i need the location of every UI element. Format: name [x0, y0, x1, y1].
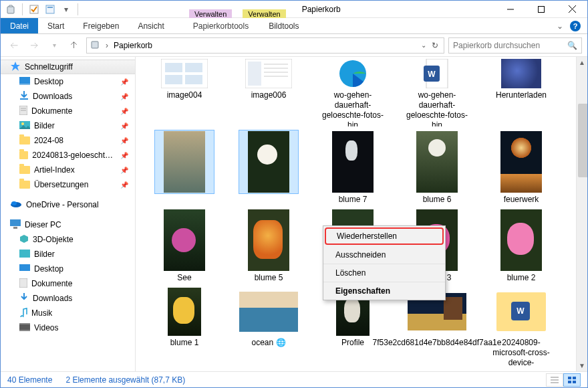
- file-tile[interactable]: Wwo-gehen-dauerhaft-geloeschte-fotos-hin: [402, 58, 472, 126]
- window-title: Papierkorb: [291, 5, 495, 14]
- sidebar-item-folder[interactable]: Übersetzungen📌: [1, 177, 135, 192]
- pin-icon: 📌: [120, 108, 128, 115]
- sidebar-pc-music[interactable]: Musik: [1, 306, 135, 320]
- qat-dropdown-icon[interactable]: ▾: [60, 3, 72, 15]
- pin-icon: 📌: [120, 122, 128, 130]
- file-tile[interactable]: [233, 130, 304, 205]
- address-bar[interactable]: › Papierkorb ⌄ ↻: [86, 37, 444, 54]
- sidebar-item-pictures[interactable]: Bilder📌: [1, 118, 135, 133]
- svg-rect-32: [185, 75, 202, 84]
- svg-rect-5: [539, 6, 545, 12]
- svg-rect-23: [19, 264, 30, 271]
- tab-recycle-tools[interactable]: Papierkorbtools: [183, 18, 259, 33]
- file-tile[interactable]: image006: [233, 58, 304, 126]
- file-tile[interactable]: image004: [149, 58, 220, 126]
- close-button[interactable]: [557, 1, 587, 18]
- nav-up-button[interactable]: 🡡: [66, 37, 82, 54]
- file-tile[interactable]: blume 7: [317, 130, 388, 205]
- sidebar-pc-pictures[interactable]: Bilder: [1, 247, 135, 262]
- sidebar-onedrive[interactable]: OneDrive - Personal: [1, 197, 135, 212]
- help-icon[interactable]: ?: [570, 21, 581, 31]
- file-tile[interactable]: W20240809-microsoft-cross-device-: [486, 287, 557, 368]
- search-box[interactable]: Papierkorb durchsuchen 🔍: [448, 37, 582, 54]
- sidebar-item-folder[interactable]: 20240813-geloeschte-dateie📌: [1, 148, 135, 163]
- sidebar-pc-videos[interactable]: Videos: [1, 320, 135, 335]
- pictures-icon: [19, 121, 30, 131]
- nav-forward-button[interactable]: 🡢: [26, 37, 42, 54]
- sidebar-item-documents[interactable]: Dokumente📌: [1, 104, 135, 118]
- address-dropdown-icon[interactable]: ⌄: [421, 41, 426, 49]
- tab-file[interactable]: Datei: [1, 18, 38, 33]
- videos-icon: [19, 323, 30, 333]
- sidebar-item-desktop[interactable]: Desktop📌: [1, 74, 135, 89]
- file-tile[interactable]: ocean 🌐: [233, 287, 304, 368]
- menu-item-properties[interactable]: Eigenschaften: [323, 282, 445, 300]
- ribbon-expand-icon[interactable]: ⌄: [557, 21, 563, 31]
- downloads-icon: [19, 91, 29, 102]
- sidebar-item-folder[interactable]: 2024-08📌: [1, 133, 135, 148]
- svg-rect-27: [19, 330, 30, 331]
- sidebar-pc-3dobjects[interactable]: 3D-Objekte: [1, 232, 135, 247]
- sidebar-pc-downloads[interactable]: Downloads: [1, 291, 135, 306]
- nav-bar: 🡠 🡢 ▾ 🡡 › Papierkorb ⌄ ↻ Papierkorb durc…: [1, 34, 587, 57]
- file-tile[interactable]: See: [149, 209, 220, 283]
- minimize-button[interactable]: [495, 1, 526, 18]
- menu-item-restore[interactable]: Wiederherstellen: [325, 227, 444, 245]
- folder-icon: [19, 166, 30, 174]
- folder-icon: [19, 151, 28, 159]
- nav-back-button[interactable]: 🡠: [6, 37, 22, 54]
- svg-rect-31: [165, 75, 182, 84]
- sidebar-item-downloads[interactable]: Downloads📌: [1, 89, 135, 104]
- desktop-icon: [19, 264, 30, 274]
- file-tile[interactable]: wo-gehen-dauerhaft-geloeschte-fotos-hin: [317, 58, 388, 126]
- breadcrumb-chevron-icon[interactable]: ›: [103, 41, 111, 50]
- context-menu: Wiederherstellen Ausschneiden Löschen Ei…: [323, 225, 446, 300]
- contextual-header-recycle: Verwalten: [184, 1, 237, 18]
- titlebar: ▾ Verwalten Verwalten Papierkorb: [1, 1, 587, 18]
- breadcrumb-location[interactable]: Papierkorb: [114, 41, 152, 50]
- recycle-bin-icon: [90, 39, 100, 52]
- tab-start[interactable]: Start: [38, 18, 74, 33]
- svg-marker-9: [11, 62, 20, 71]
- refresh-icon[interactable]: ↻: [432, 41, 438, 50]
- scroll-up-icon[interactable]: ▲: [577, 57, 587, 68]
- view-details-button[interactable]: [546, 373, 563, 387]
- tab-picture-tools[interactable]: Bildtools: [259, 18, 309, 33]
- file-view: image004 image006 wo-gehen-dauerhaft-gel…: [136, 57, 587, 371]
- file-tile[interactable]: Herunterladen: [486, 58, 557, 126]
- sidebar-this-pc[interactable]: Dieser PC: [1, 217, 135, 232]
- desktop-icon: [19, 77, 30, 87]
- file-tile[interactable]: feuerwerk: [486, 130, 557, 205]
- pin-icon: 📌: [120, 167, 128, 174]
- svg-rect-26: [19, 323, 30, 324]
- scrollbar[interactable]: ▲ ▼: [576, 57, 587, 371]
- file-tile[interactable]: blume 5: [233, 209, 304, 283]
- status-item-count: 40 Elemente: [7, 375, 52, 385]
- tab-view[interactable]: Ansicht: [128, 18, 173, 33]
- file-tile[interactable]: blume 2: [486, 209, 557, 283]
- svg-rect-24: [19, 278, 27, 288]
- nav-recent-dropdown[interactable]: ▾: [46, 37, 62, 54]
- properties-icon[interactable]: [44, 3, 56, 15]
- sidebar-pc-documents[interactable]: Dokumente: [1, 276, 135, 291]
- maximize-button[interactable]: [526, 1, 557, 18]
- sidebar-pc-desktop[interactable]: Desktop: [1, 262, 135, 276]
- file-tile[interactable]: [149, 130, 220, 205]
- file-tile[interactable]: blume 1: [149, 287, 220, 368]
- sidebar-item-folder[interactable]: Artiel-Index📌: [1, 163, 135, 177]
- svg-rect-11: [19, 84, 30, 85]
- view-thumbnails-button[interactable]: [563, 373, 581, 387]
- menu-item-cut[interactable]: Ausschneiden: [323, 246, 445, 264]
- scroll-down-icon[interactable]: ▼: [577, 360, 587, 371]
- checkbox-checked-icon[interactable]: [28, 3, 40, 15]
- svg-rect-20: [10, 219, 21, 226]
- scroll-thumb[interactable]: [578, 104, 587, 177]
- svg-rect-3: [47, 7, 53, 8]
- tab-share[interactable]: Freigeben: [74, 18, 128, 33]
- svg-rect-29: [165, 63, 182, 72]
- sidebar-quick-access[interactable]: Schnellzugriff: [1, 60, 135, 74]
- menu-item-delete[interactable]: Löschen: [323, 264, 445, 282]
- svg-rect-10: [19, 77, 30, 84]
- svg-rect-47: [573, 377, 576, 379]
- file-tile[interactable]: blume 6: [402, 130, 472, 205]
